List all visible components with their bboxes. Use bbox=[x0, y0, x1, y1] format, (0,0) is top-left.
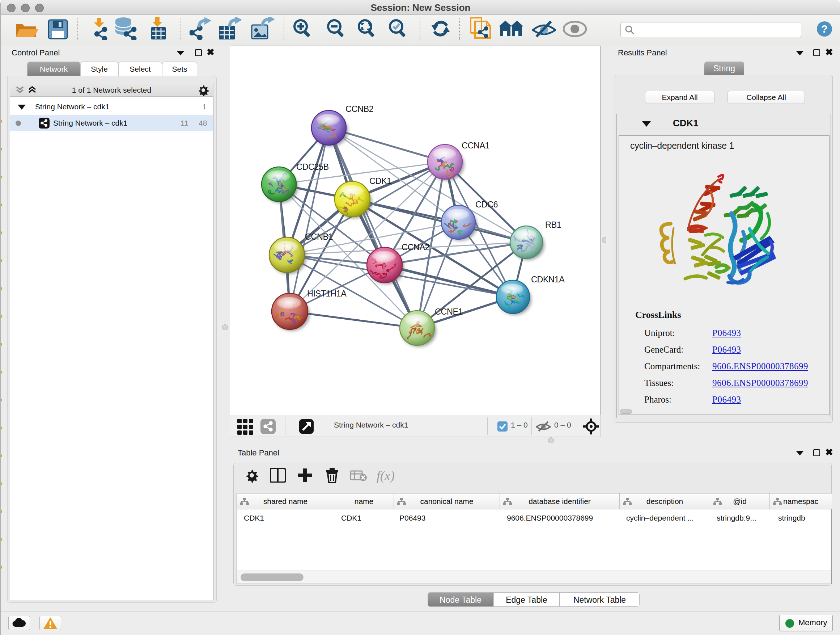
svg-text:CDC25B: CDC25B bbox=[296, 162, 329, 172]
svg-text:CDKN1A: CDKN1A bbox=[531, 275, 565, 284]
svg-text:CCNE1: CCNE1 bbox=[435, 307, 463, 317]
svg-text:CCNA2: CCNA2 bbox=[401, 242, 429, 252]
svg-text:CDK1: CDK1 bbox=[369, 176, 392, 186]
svg-text:HIST1H1A: HIST1H1A bbox=[307, 289, 347, 298]
svg-text:RB1: RB1 bbox=[545, 220, 561, 230]
svg-text:CCNB1: CCNB1 bbox=[305, 232, 333, 241]
svg-text:CDC6: CDC6 bbox=[475, 200, 498, 209]
svg-text:CCNB2: CCNB2 bbox=[346, 104, 373, 114]
svg-text:CCNA1: CCNA1 bbox=[462, 141, 489, 150]
